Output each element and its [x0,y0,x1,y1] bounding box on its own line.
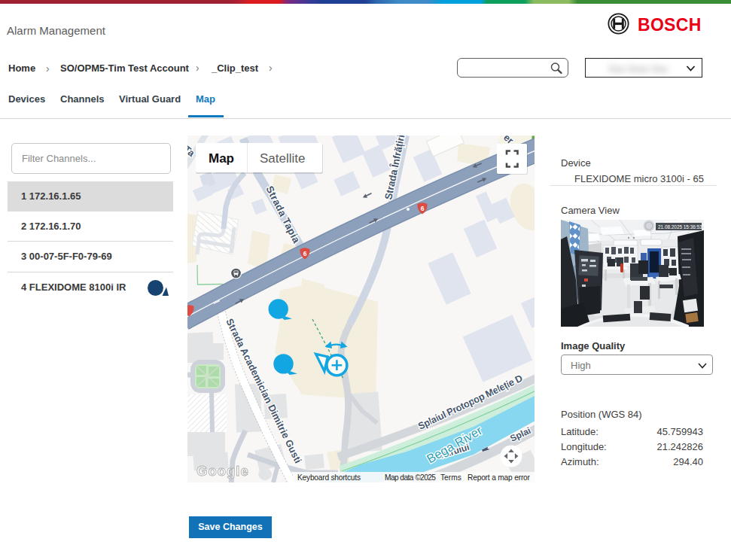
svg-text:Map data ©2025: Map data ©2025 [385,473,436,482]
svg-text:Terms: Terms [440,473,461,482]
svg-text:21.08.2025 15:36:53: 21.08.2025 15:36:53 [658,224,702,230]
svg-text:Keyboard shortcuts: Keyboard shortcuts [297,473,361,482]
svg-text:Map: Map [209,151,234,166]
svg-text:6: 6 [303,250,307,257]
svg-text:Google: Google [196,463,249,479]
svg-text:Satellite: Satellite [260,151,305,166]
svg-text:6: 6 [421,205,425,212]
svg-text:Report a map error: Report a map error [468,473,531,482]
